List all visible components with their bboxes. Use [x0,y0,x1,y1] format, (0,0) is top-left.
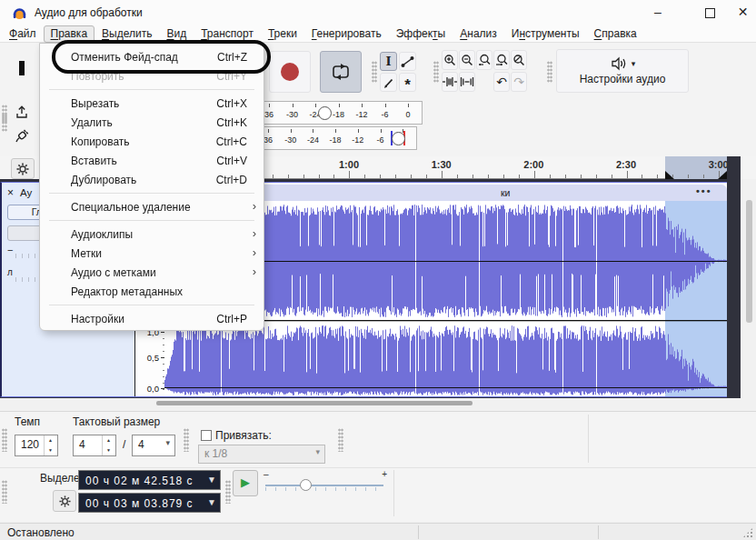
audio-setup-button[interactable]: ▾ Настройки аудио [556,49,689,93]
selection-options-button[interactable] [53,490,76,512]
ruler-tick [442,171,443,178]
trim-audio-button[interactable] [442,72,458,92]
pencil-icon [383,76,395,89]
selection-end-value: 00 ч 03 м 03.879 с [85,497,194,510]
menu-item-Метки[interactable]: Метки› [40,244,264,263]
zoom-in-button[interactable] [442,50,458,70]
zoom-out-button[interactable] [459,50,475,70]
silence-audio-button[interactable] [459,72,475,92]
selection-tool-button[interactable]: I [380,52,397,71]
menu-item-Вставить[interactable]: ВставитьCtrl+V [40,151,264,170]
redo-button[interactable]: ↷ [511,72,527,92]
submenu-arrow-icon: › [253,265,256,278]
tempo-spinner-arrows[interactable]: ▲▼ [44,435,56,455]
plugins-button[interactable] [10,125,34,146]
time-toolbar-grip[interactable] [338,428,343,452]
zoom-toggle-button[interactable] [511,50,527,70]
menubar-item-Анализ[interactable]: Анализ [453,25,504,43]
maximize-button[interactable] [690,0,730,25]
selection-start-field[interactable]: 00 ч 02 м 42.518 с ▼ [78,470,221,490]
undo-button[interactable]: ↶ [493,72,510,92]
title-bar: Аудио для обработки – ✕ [0,0,756,25]
meter-scale-label: 36 [264,135,273,145]
share-audio-button[interactable] [10,101,34,123]
vertical-scrollbar-thumb[interactable] [746,200,752,323]
window-resize-grip[interactable] [742,527,753,538]
audio-setup-toolbar-grip[interactable] [547,61,552,83]
selection-toolbar-grip[interactable] [2,480,7,504]
playback-speed-slider[interactable]: – + [262,468,389,494]
speed-slider-track [265,485,383,486]
ruler-tick [303,175,304,178]
ruler-time-label: 1:30 [432,159,452,170]
snap-toolbar-grip[interactable] [184,428,189,452]
vertical-scrollbar[interactable] [741,179,756,398]
menubar-item-Справка[interactable]: Справка [587,25,644,43]
ruler-tick [349,171,350,178]
menu-item-Дублировать[interactable]: ДублироватьCtrl+D [40,170,264,189]
ruler-tick [364,175,365,178]
speed-slider-thumb[interactable] [300,479,312,491]
fit-selection-button[interactable] [476,50,492,70]
play-speed-toolbar-grip[interactable] [225,480,231,504]
share-toolbar-grip[interactable] [2,114,7,132]
snap-combobox[interactable]: к 1/8 ▾ [198,445,325,464]
timesig-spinner-arrows[interactable]: ▲▼ [102,435,114,455]
silence-audio-icon [460,75,474,88]
record-icon [281,63,299,81]
menu-item-Редактор метаданных[interactable]: Редактор метаданных [40,282,264,301]
snap-checkbox[interactable] [201,430,212,441]
play-at-speed-button[interactable]: ▶ [233,470,258,496]
menu-item-Вырезать[interactable]: ВырезатьCtrl+X [40,94,264,113]
recording-meter[interactable]: 36-30-24-18-12-60 [257,126,417,150]
draw-tool-button[interactable] [380,73,397,92]
ruler-tick [672,175,673,178]
horizontal-scrollbar[interactable] [0,398,756,411]
menubar-item-Файл[interactable]: Файл [2,25,44,43]
menu-item-Аудио с метками[interactable]: Аудио с метками› [40,263,264,282]
menubar-item-Треки[interactable]: Треки [261,25,304,43]
menu-item-Удалить[interactable]: УдалитьCtrl+K [40,113,264,132]
menu-item-Настройки[interactable]: НастройкиCtrl+P [40,309,264,328]
app-logo-icon [12,5,27,21]
ruler-tick [273,175,274,178]
clip-menu-button[interactable]: ••• [696,185,712,196]
minimize-button[interactable]: – [638,0,678,25]
track-name[interactable]: Ау [20,187,32,198]
track-close-button[interactable]: × [7,186,14,199]
menubar-item-Инструменты[interactable]: Инструменты [504,25,587,43]
ruler-tick [565,175,566,178]
menu-item-Аудиоклипы[interactable]: Аудиоклипы› [40,225,264,244]
selection-end-field[interactable]: 00 ч 03 м 03.879 с ▼ [78,493,221,513]
menu-item-Специальное удаление[interactable]: Специальное удаление› [40,197,264,216]
menubar-item-Эффекты[interactable]: Эффекты [389,25,453,43]
vruler-label: 0,5 [147,353,159,363]
horizontal-scrollbar-thumb[interactable] [156,401,472,405]
recording-volume-slider-thumb[interactable] [392,132,405,145]
ruler-tick [380,175,381,178]
envelope-tool-button[interactable] [399,52,416,71]
menubar-item-Генерировать[interactable]: Генерировать [304,25,389,43]
pause-icon-fragment[interactable] [19,61,25,75]
loop-button[interactable] [320,51,362,93]
tempo-spinner[interactable]: 120 ▲▼ [15,435,58,456]
bottom-toolbar-dock: Темп 120 ▲▼ Тактовый размер 4 ▲▼ / 4 ▾ П… [0,411,756,522]
playback-volume-slider-thumb[interactable] [318,106,332,120]
menu-item-Копировать[interactable]: КопироватьCtrl+C [40,132,264,151]
window-title: Аудио для обработки [35,6,143,19]
fit-project-button[interactable] [493,50,510,70]
timesig-toolbar-grip[interactable] [2,428,7,452]
edit-toolbar-grip[interactable] [433,61,439,83]
tools-toolbar-grip[interactable] [372,61,377,83]
record-button[interactable] [269,51,311,93]
timesig-lower-select[interactable]: 4 ▾ [132,435,175,456]
annotation-highlight [52,40,271,74]
close-button[interactable]: ✕ [730,0,756,25]
timeline-options-button[interactable] [11,158,35,179]
ruler-tick [688,175,689,178]
ruler-tick [519,175,520,178]
timesig-upper-spinner[interactable]: 4 ▲▼ [73,435,116,456]
playback-meter[interactable]: 36-30-24-18-12-60 [257,101,423,125]
multi-tool-button[interactable]: * [399,73,416,92]
speaker-icon [610,56,628,71]
